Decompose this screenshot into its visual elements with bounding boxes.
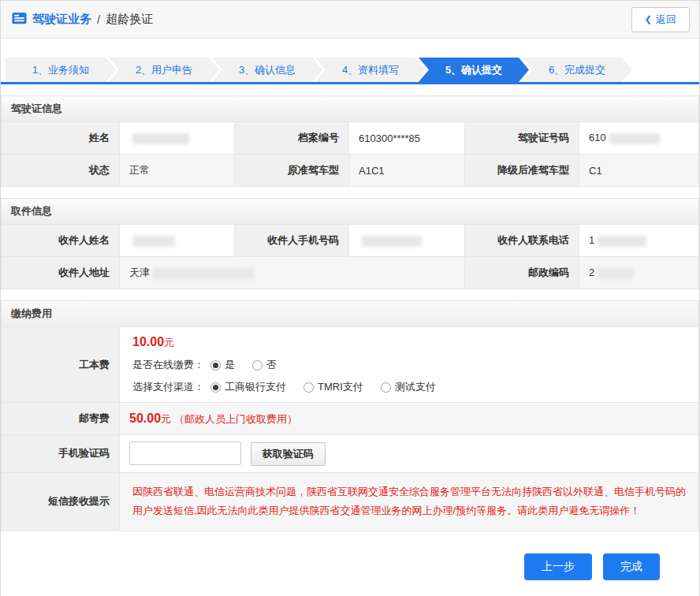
field-label-license-number: 驾驶证号码 — [465, 122, 579, 155]
table-row: 工本费 10.00元 是否在线缴费： 是 否 — [2, 327, 699, 403]
redacted-value — [132, 133, 189, 144]
pay-channel-option-row: 选择支付渠道： 工商银行支付 TMRI支付 测试支付 — [132, 380, 686, 394]
page: 驾驶证业务 / 超龄换证 ❮ 返回 1、业务须知 2、用户申告 3、确认信息 4… — [0, 0, 700, 596]
step-tab-1[interactable]: 1、业务须知 — [6, 58, 116, 82]
field-value-file-number: 610300****85 — [349, 122, 465, 155]
radio-label: TMRI支付 — [318, 380, 363, 394]
redacted-value — [598, 236, 646, 247]
footer-actions: 上一步 完成 — [1, 531, 699, 596]
pickup-info-table: 收件人姓名 收件人手机号码 收件人联系电话 1 收件人地址 天津 邮政编码 2 — [1, 224, 699, 289]
radio-online-pay-yes[interactable]: 是 — [210, 358, 235, 372]
redacted-value — [598, 268, 634, 279]
radio-checked-icon[interactable] — [210, 382, 221, 393]
fees-section: 缴纳费用 工本费 10.00元 是否在线缴费： 是 — [1, 300, 699, 531]
fees-title: 缴纳费用 — [1, 300, 699, 326]
field-label-recipient-address: 收件人地址 — [2, 257, 120, 289]
field-label-original-class: 原准驾车型 — [235, 155, 349, 187]
redacted-value — [362, 236, 422, 247]
table-row: 邮寄费 50.00元（邮政人员上门收取费用） — [2, 403, 699, 435]
fees-table: 工本费 10.00元 是否在线缴费： 是 否 — [1, 326, 699, 531]
redacted-value — [132, 236, 175, 247]
field-label-production-fee: 工本费 — [2, 327, 120, 403]
field-label-sms-code: 手机验证码 — [2, 435, 120, 473]
form-list-icon — [12, 12, 27, 28]
field-value-recipient-name — [120, 225, 235, 257]
previous-step-button[interactable]: 上一步 — [524, 553, 592, 580]
page-title: 超龄换证 — [106, 12, 153, 27]
field-value-postal-code: 2 — [579, 257, 699, 289]
pickup-info-section: 取件信息 收件人姓名 收件人手机号码 收件人联系电话 1 收件人地址 天津 邮政… — [1, 198, 699, 289]
step-tab-4[interactable]: 4、资料填写 — [315, 58, 426, 82]
postage-fee-note: （邮政人员上门收取费用） — [174, 413, 297, 425]
field-label-recipient-name: 收件人姓名 — [2, 225, 120, 257]
radio-label: 是 — [225, 358, 235, 372]
license-info-title: 驾驶证信息 — [1, 95, 699, 121]
table-row: 收件人姓名 收件人手机号码 收件人联系电话 1 — [2, 225, 699, 257]
field-label-recipient-phone: 收件人联系电话 — [465, 225, 579, 257]
get-sms-code-button[interactable]: 获取验证码 — [251, 442, 326, 466]
field-label-file-number: 档案编号 — [235, 122, 349, 155]
field-label-name: 姓名 — [2, 122, 120, 155]
radio-channel-test[interactable]: 测试支付 — [381, 380, 436, 394]
field-value-production-fee: 10.00元 是否在线缴费： 是 否 选择支 — [120, 327, 699, 403]
online-pay-label: 是否在线缴费： — [132, 358, 204, 372]
breadcrumb: 驾驶证业务 / 超龄换证 — [12, 12, 153, 28]
table-row: 手机验证码 获取验证码 — [2, 435, 699, 473]
field-value-sms-code: 获取验证码 — [120, 435, 699, 473]
back-button[interactable]: ❮ 返回 — [631, 7, 690, 32]
table-row: 短信接收提示 因陕西省联通、电信运营商技术问题，陕西省互联网交通安全综合服务管理… — [2, 472, 699, 531]
pay-channel-label: 选择支付渠道： — [132, 380, 204, 394]
redacted-value — [153, 268, 254, 279]
field-label-status: 状态 — [2, 155, 120, 187]
field-value-recipient-mobile — [349, 225, 465, 257]
radio-checked-icon[interactable] — [210, 360, 221, 371]
back-button-label: 返回 — [656, 13, 676, 27]
radio-channel-icbc[interactable]: 工商银行支付 — [210, 380, 286, 394]
radio-label: 否 — [266, 358, 277, 372]
field-value-recipient-phone: 1 — [579, 225, 699, 257]
field-label-postage-fee: 邮寄费 — [2, 403, 120, 435]
production-fee-amount: 10.00元 — [132, 335, 686, 350]
field-value-license-number: 610 — [579, 122, 699, 155]
radio-channel-tmri[interactable]: TMRI支付 — [303, 380, 363, 394]
online-pay-option-row: 是否在线缴费： 是 否 — [132, 358, 686, 372]
field-value-name — [120, 122, 235, 155]
step-nav: 1、业务须知 2、用户申告 3、确认信息 4、资料填写 5、确认提交 6、完成提… — [1, 58, 699, 84]
radio-unchecked-icon[interactable] — [303, 382, 314, 393]
radio-unchecked-icon[interactable] — [252, 360, 262, 371]
field-label-recipient-mobile: 收件人手机号码 — [235, 225, 349, 257]
step-tab-5[interactable]: 5、确认提交 — [419, 58, 529, 82]
step-tab-6[interactable]: 6、完成提交 — [522, 58, 632, 82]
field-label-downgraded-class: 降级后准驾车型 — [465, 155, 579, 187]
field-value-postage-fee: 50.00元（邮政人员上门收取费用） — [120, 403, 699, 435]
field-value-sms-notice: 因陕西省联通、电信运营商技术问题，陕西省互联网交通安全综合服务管理平台无法向持陕… — [120, 472, 699, 531]
sms-code-input[interactable] — [129, 441, 241, 465]
finish-button[interactable]: 完成 — [603, 553, 660, 580]
top-bar: 驾驶证业务 / 超龄换证 ❮ 返回 — [1, 1, 699, 39]
field-value-original-class: A1C1 — [349, 155, 465, 187]
table-row: 状态 正常 原准驾车型 A1C1 降级后准驾车型 C1 — [2, 155, 699, 187]
radio-label: 测试支付 — [395, 380, 436, 394]
field-value-recipient-address: 天津 — [120, 257, 465, 289]
field-label-sms-notice: 短信接收提示 — [2, 472, 120, 531]
field-value-downgraded-class: C1 — [579, 155, 699, 187]
chevron-left-icon: ❮ — [645, 14, 652, 24]
field-value-status: 正常 — [120, 155, 235, 187]
step-tab-2[interactable]: 2、用户申告 — [109, 58, 219, 82]
license-info-section: 驾驶证信息 姓名 档案编号 610300****85 驾驶证号码 610 状态 … — [1, 95, 699, 187]
table-row: 收件人地址 天津 邮政编码 2 — [2, 257, 699, 289]
sms-notice-text: 因陕西省联通、电信运营商技术问题，陕西省互联网交通安全综合服务管理平台无法向持陕… — [120, 473, 698, 531]
radio-online-pay-no[interactable]: 否 — [252, 358, 277, 372]
field-label-postal-code: 邮政编码 — [465, 257, 579, 289]
breadcrumb-separator: / — [97, 13, 100, 26]
step-tab-3[interactable]: 3、确认信息 — [212, 58, 322, 82]
pickup-info-title: 取件信息 — [1, 198, 699, 224]
license-info-table: 姓名 档案编号 610300****85 驾驶证号码 610 状态 正常 原准驾… — [1, 121, 699, 187]
radio-unchecked-icon[interactable] — [381, 382, 391, 393]
table-row: 姓名 档案编号 610300****85 驾驶证号码 610 — [2, 122, 699, 155]
redacted-value — [609, 133, 660, 144]
app-title: 驾驶证业务 — [32, 12, 91, 27]
radio-label: 工商银行支付 — [225, 380, 286, 394]
